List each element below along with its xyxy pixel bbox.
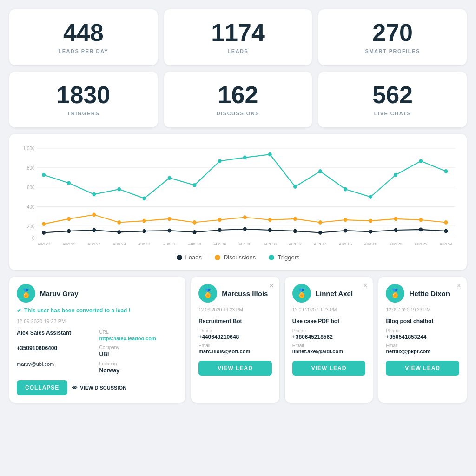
bot-field-linnet: Use case PDF bot xyxy=(292,318,366,324)
svg-point-15 xyxy=(117,187,121,192)
email-label-linnet: Email xyxy=(292,343,366,348)
lead-meta-maruv: 12.09.2020 19:23 PM xyxy=(17,318,178,324)
svg-text:Aug 25: Aug 25 xyxy=(62,242,75,245)
svg-point-29 xyxy=(42,222,46,226)
svg-text:600: 600 xyxy=(27,185,35,191)
phone-group-linnet: Phone +380645218562 xyxy=(292,328,366,340)
svg-point-32 xyxy=(117,220,121,225)
svg-text:1,000: 1,000 xyxy=(23,146,35,152)
svg-point-18 xyxy=(193,183,197,187)
phone-field-maruv: +350910606400 xyxy=(17,345,96,357)
svg-point-16 xyxy=(142,196,146,200)
phone-value-linnet: +380645218562 xyxy=(292,334,366,340)
svg-text:Aug 12: Aug 12 xyxy=(289,242,302,245)
stat-label-discussions: DISCUSSIONS xyxy=(173,111,303,116)
lead-name-marcuss: Marcuss Illois xyxy=(222,290,268,298)
btn-actions-maruv: COLLAPSE 👁 VIEW DISCUSSION xyxy=(17,380,178,395)
stat-number-discussions: 162 xyxy=(173,83,303,107)
lead-card-marcuss: × 🏅 Marcuss Illois 12.09.2020 19:23 PM R… xyxy=(191,277,279,403)
view-lead-button-hettie[interactable]: VIEW LEAD xyxy=(386,361,459,376)
svg-point-53 xyxy=(218,228,222,232)
avatar-marcuss: 🏅 xyxy=(198,284,217,303)
stats-grid: 448 LEADS PER DAY 1174 LEADS 270 SMART P… xyxy=(9,9,467,127)
stat-label-leads-per-day: LEADS PER DAY xyxy=(19,48,148,54)
svg-point-45 xyxy=(444,220,448,225)
svg-point-34 xyxy=(168,217,172,221)
svg-point-19 xyxy=(218,159,222,163)
svg-point-56 xyxy=(293,229,297,233)
chart-area: 1,000 800 600 400 200 0 xyxy=(19,143,457,245)
email-group-linnet: Email linnet.axel@aldi.com xyxy=(292,343,366,354)
svg-point-54 xyxy=(243,227,247,231)
lead-name-maruv: Maruv Gray xyxy=(40,290,79,298)
location-field-maruv: Location Norway xyxy=(99,361,178,374)
svg-point-13 xyxy=(67,181,71,185)
bot-name-linnet: Use case PDF bot xyxy=(292,318,366,324)
chart-legend: Leads Discussions Triggers xyxy=(19,250,457,261)
email-label-hettie: Email xyxy=(386,343,459,348)
email-value-maruv: maruv@ubi.com xyxy=(17,361,96,367)
close-button-marcuss[interactable]: × xyxy=(269,282,273,290)
phone-label-hettie: Phone xyxy=(386,328,459,333)
svg-point-28 xyxy=(444,169,448,173)
converted-text: This user has been converted to a lead ! xyxy=(24,307,131,314)
email-value-marcuss: marc.illois@soft.com xyxy=(198,349,272,354)
eye-icon: 👁 xyxy=(72,385,77,390)
close-button-linnet[interactable]: × xyxy=(363,282,367,290)
svg-point-37 xyxy=(243,215,247,219)
svg-point-25 xyxy=(369,195,372,199)
lead-meta-marcuss: 12.09.2020 19:23 PM xyxy=(198,307,272,312)
company-value-maruv: UBI xyxy=(99,351,178,357)
email-label-marcuss: Email xyxy=(198,343,272,348)
url-label-maruv: URL xyxy=(99,330,178,335)
bot-name-marcuss: Recruitment Bot xyxy=(198,318,272,324)
svg-text:Aug 06: Aug 06 xyxy=(213,242,226,245)
svg-point-61 xyxy=(419,228,423,232)
avatar-linnet: 🏅 xyxy=(292,284,311,303)
converted-badge: ✔ This user has been converted to a lead… xyxy=(17,307,178,314)
stat-card-smart-profiles: 270 SMART PROFILES xyxy=(318,9,467,65)
svg-point-31 xyxy=(92,213,96,217)
phone-label-linnet: Phone xyxy=(292,328,366,333)
svg-point-57 xyxy=(318,231,322,235)
svg-text:Aug 27: Aug 27 xyxy=(87,242,100,245)
stat-card-leads-per-day: 448 LEADS PER DAY xyxy=(9,9,158,65)
svg-point-49 xyxy=(117,230,121,234)
view-discussion-button[interactable]: 👁 VIEW DISCUSSION xyxy=(72,385,126,390)
svg-point-43 xyxy=(394,217,397,221)
email-value-hettie: hettdix@pkpf.com xyxy=(386,349,459,354)
svg-point-17 xyxy=(168,176,172,180)
close-button-hettie[interactable]: × xyxy=(457,282,461,290)
stat-label-leads: LEADS xyxy=(173,48,303,54)
lead-card-hettie: × 🏅 Hettie Dixon 12.09.2020 19:23 PM Blo… xyxy=(378,277,467,403)
svg-point-50 xyxy=(142,229,146,233)
stat-label-live-chats: LIVE CHATS xyxy=(328,111,457,116)
legend-discussions: Discussions xyxy=(215,254,256,261)
svg-text:Aug 31: Aug 31 xyxy=(138,242,151,245)
email-group-hettie: Email hettdix@pkpf.com xyxy=(386,343,459,354)
svg-text:Aug 31: Aug 31 xyxy=(163,242,176,245)
svg-point-35 xyxy=(193,220,197,225)
svg-point-24 xyxy=(344,187,347,192)
svg-point-44 xyxy=(419,218,423,222)
svg-point-55 xyxy=(268,228,272,232)
bot-name-maruv: Alex Sales Assistant xyxy=(17,330,96,336)
svg-point-14 xyxy=(92,192,96,197)
stat-number-leads-per-day: 448 xyxy=(19,20,148,45)
email-value-linnet: linnet.axel@aldi.com xyxy=(292,349,366,354)
collapse-button[interactable]: COLLAPSE xyxy=(17,380,67,395)
lead-card-header-marcuss: 🏅 Marcuss Illois xyxy=(198,284,272,303)
view-lead-button-marcuss[interactable]: VIEW LEAD xyxy=(198,361,272,376)
lead-meta-hettie: 12.09.2020 19:23 PM xyxy=(386,307,459,312)
view-lead-button-linnet[interactable]: VIEW LEAD xyxy=(292,361,366,376)
svg-point-27 xyxy=(419,159,423,163)
svg-point-47 xyxy=(67,229,71,233)
stat-number-triggers: 1830 xyxy=(19,83,148,107)
svg-text:Aug 08: Aug 08 xyxy=(238,242,251,245)
lead-card-header-hettie: 🏅 Hettie Dixon xyxy=(386,284,459,303)
lead-info-grid-maruv: Alex Sales Assistant URL https://alex.le… xyxy=(17,330,178,374)
stat-number-live-chats: 562 xyxy=(328,83,457,107)
email-group-marcuss: Email marc.illois@soft.com xyxy=(198,343,272,354)
svg-text:Aug 23: Aug 23 xyxy=(37,242,50,245)
svg-point-26 xyxy=(394,173,397,177)
